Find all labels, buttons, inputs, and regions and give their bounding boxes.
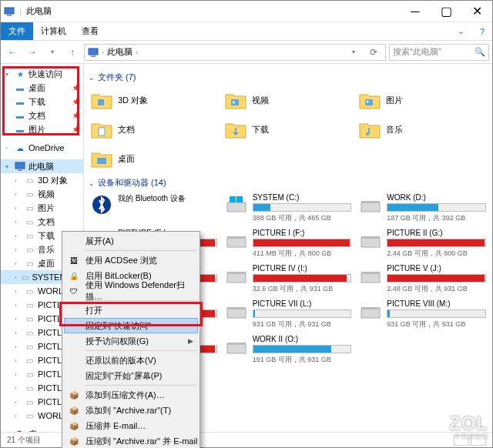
- drive-item[interactable]: PICTURE II (G:)2.44 GB 可用，共 800 GB: [357, 227, 488, 258]
- svg-rect-37: [361, 309, 380, 318]
- forward-button[interactable]: →: [24, 44, 41, 61]
- context-menu-item[interactable]: 🛡使用 Windows Defender扫描…: [64, 283, 198, 299]
- address-dropdown[interactable]: ▾: [345, 44, 362, 61]
- sidebar-pc-item[interactable]: ›▭文档: [1, 215, 83, 229]
- menu-item-icon: 📦: [69, 405, 79, 416]
- drive-item[interactable]: WORK II (O:)191 GB 可用，共 931 GB: [223, 333, 354, 364]
- context-menu-item[interactable]: 固定到"快速访问": [64, 318, 198, 333]
- folder-icon: [90, 147, 113, 170]
- drive-item[interactable]: PICTURE V (J:)2.48 GB 可用，共 931 GB: [357, 262, 488, 293]
- sidebar-item-label: PICTL: [38, 397, 62, 406]
- close-button[interactable]: ✕: [461, 1, 492, 22]
- folder-item[interactable]: 桌面: [89, 145, 220, 172]
- sidebar-quick-item[interactable]: ▬图片📌: [1, 122, 83, 136]
- ribbon-file[interactable]: 文件: [1, 22, 33, 40]
- star-icon: ★: [15, 69, 25, 79]
- window-title: 此电脑: [26, 5, 52, 17]
- drive-label: 我的 Bluetooth 设备: [118, 193, 217, 204]
- drive-icon: ▭: [24, 189, 35, 199]
- drive-sub: 191 GB 可用，共 931 GB: [253, 355, 352, 365]
- menu-item-icon: 🔒: [69, 270, 79, 281]
- folder-item[interactable]: 图片: [357, 86, 488, 114]
- search-icon: 🔍: [475, 47, 485, 57]
- folder-item[interactable]: 视频: [223, 86, 354, 114]
- sidebar-pc-item[interactable]: ›▭3D 对象: [1, 173, 83, 187]
- folder-item[interactable]: 文档: [89, 115, 220, 143]
- up-button[interactable]: ↑: [64, 44, 81, 61]
- sidebar-quick-item[interactable]: ▬下载📌: [1, 95, 83, 109]
- drive-sub: 931 GB 可用，共 931 GB: [387, 319, 486, 329]
- context-menu-item[interactable]: 📦压缩并 E-mail…: [64, 418, 198, 433]
- pc-icon: [4, 6, 15, 17]
- context-menu-item[interactable]: 📦添加到 "Archive.rar"(T): [64, 403, 198, 418]
- context-menu-item[interactable]: 📦压缩到 "Archive.rar" 并 E-mail: [64, 433, 198, 448]
- sidebar-this-pc[interactable]: ▾ 此电脑: [1, 159, 83, 173]
- drive-label: PICTURE VII (L:): [253, 299, 352, 308]
- maximize-button[interactable]: ▢: [431, 1, 461, 22]
- drive-item[interactable]: PICTURE VIII (M:)931 GB 可用，共 931 GB: [357, 298, 488, 329]
- refresh-button[interactable]: ⟳: [365, 44, 382, 61]
- drive-label: WORK (D:): [387, 193, 486, 202]
- folder-item[interactable]: 下载: [223, 115, 354, 143]
- drive-item[interactable]: PICTURE IV (I:)32.6 GB 可用，共 931 GB: [223, 262, 354, 293]
- search-box[interactable]: 搜索"此电脑" 🔍: [389, 44, 489, 61]
- status-count: 21 个项目: [7, 435, 41, 446]
- drive-item[interactable]: PICTURE VII (L:)931 GB 可用，共 931 GB: [223, 298, 354, 329]
- menu-item-label: 压缩到 "Archive.rar" 并 E-mail: [86, 436, 197, 447]
- context-menu-item[interactable]: 展开(A): [64, 233, 198, 249]
- drive-item[interactable]: SYSTEM (C:)388 GB 可用，共 465 GB: [223, 192, 354, 222]
- sidebar-pc-item[interactable]: ›▭视频: [1, 187, 83, 201]
- sidebar-quick-access[interactable]: ▾★ 快速访问: [1, 67, 83, 81]
- context-menu-item[interactable]: 还原以前的版本(V): [64, 353, 198, 368]
- drive-icon: ▭: [24, 369, 35, 379]
- folder-item[interactable]: 音乐: [357, 115, 488, 143]
- drive-label: PICTURE VIII (M:): [387, 299, 486, 308]
- sidebar-item-label: 文档: [38, 216, 55, 228]
- context-menu-item[interactable]: 🖼使用 ACDSee 浏览: [64, 252, 198, 268]
- svg-rect-9: [365, 99, 373, 105]
- sidebar-quick-item[interactable]: ▬文档📌: [1, 109, 83, 122]
- ribbon-expand[interactable]: ⌄: [450, 22, 472, 40]
- drive-item[interactable]: WORK (D:)187 GB 可用，共 392 GB: [357, 192, 488, 222]
- sidebar-item-label: 视频: [38, 189, 55, 200]
- group-header-drives[interactable]: ⌄ 设备和驱动器 (14): [89, 177, 488, 189]
- ribbon-computer[interactable]: 计算机: [33, 22, 74, 40]
- svg-rect-18: [236, 196, 243, 202]
- menu-item-label: 授予访问权限(G): [86, 336, 149, 347]
- folder-label: 图片: [386, 95, 403, 106]
- address-bar[interactable]: › 此电脑 › ▾ ⟳: [84, 44, 386, 61]
- history-dropdown[interactable]: ▾: [44, 44, 61, 61]
- sidebar-quick-item[interactable]: ▬桌面📌: [1, 81, 83, 95]
- svg-rect-38: [361, 307, 380, 309]
- pin-icon: 📌: [72, 84, 80, 92]
- sidebar-onedrive[interactable]: ›☁ OneDrive: [1, 141, 83, 155]
- svg-rect-41: [227, 344, 246, 353]
- context-menu-item[interactable]: 📦添加到压缩文件(A)…: [64, 387, 198, 403]
- context-menu-item[interactable]: 授予访问权限(G)▶: [64, 333, 198, 349]
- context-menu-item[interactable]: 固定到"开始"屏幕(P): [64, 368, 198, 383]
- drive-icon: ▭: [24, 410, 35, 421]
- context-menu-item[interactable]: 打开: [64, 303, 198, 318]
- ribbon-view[interactable]: 查看: [74, 22, 106, 40]
- back-button[interactable]: ←: [4, 44, 21, 61]
- drive-icon: [359, 299, 382, 323]
- drive-item[interactable]: PICTURE I (F:)411 MB 可用，共 800 GB: [223, 227, 354, 258]
- ribbon-help[interactable]: ?: [472, 22, 492, 40]
- address-seg[interactable]: 此电脑: [107, 46, 132, 58]
- sidebar-pc-item[interactable]: ›▭图片: [1, 201, 83, 215]
- folder-icon: [90, 118, 113, 141]
- chevron-down-icon: ⌄: [89, 179, 95, 187]
- folder-item[interactable]: 3D 对象: [89, 86, 220, 114]
- pc-icon: [15, 161, 25, 172]
- drive-item[interactable]: 我的 Bluetooth 设备: [89, 192, 219, 222]
- folder-label: 下载: [252, 124, 269, 135]
- address-arrow: ›: [136, 48, 138, 56]
- minimize-button[interactable]: ─: [400, 1, 431, 22]
- svg-rect-4: [15, 162, 25, 169]
- chevron-down-icon: ⌄: [89, 74, 95, 82]
- drive-usage-bar: [253, 309, 352, 318]
- group-header-folders[interactable]: ⌄ 文件夹 (7): [89, 72, 488, 83]
- svg-point-10: [367, 101, 369, 103]
- search-placeholder: 搜索"此电脑": [393, 46, 441, 58]
- folder-label: 音乐: [386, 124, 403, 135]
